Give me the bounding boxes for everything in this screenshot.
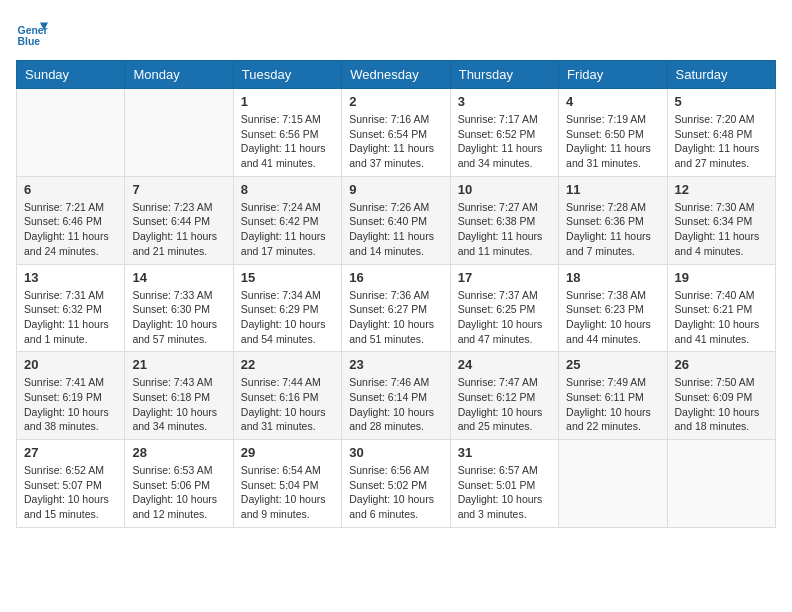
calendar-cell: 27Sunrise: 6:52 AM Sunset: 5:07 PM Dayli… bbox=[17, 440, 125, 528]
calendar-cell: 30Sunrise: 6:56 AM Sunset: 5:02 PM Dayli… bbox=[342, 440, 450, 528]
day-number: 11 bbox=[566, 182, 659, 197]
calendar-cell bbox=[667, 440, 775, 528]
day-info: Sunrise: 7:34 AM Sunset: 6:29 PM Dayligh… bbox=[241, 288, 334, 347]
calendar-cell bbox=[17, 89, 125, 177]
day-number: 26 bbox=[675, 357, 768, 372]
day-number: 7 bbox=[132, 182, 225, 197]
day-number: 25 bbox=[566, 357, 659, 372]
day-number: 31 bbox=[458, 445, 551, 460]
calendar-cell: 23Sunrise: 7:46 AM Sunset: 6:14 PM Dayli… bbox=[342, 352, 450, 440]
day-info: Sunrise: 6:53 AM Sunset: 5:06 PM Dayligh… bbox=[132, 463, 225, 522]
calendar-cell: 25Sunrise: 7:49 AM Sunset: 6:11 PM Dayli… bbox=[559, 352, 667, 440]
day-number: 6 bbox=[24, 182, 117, 197]
calendar-cell: 8Sunrise: 7:24 AM Sunset: 6:42 PM Daylig… bbox=[233, 176, 341, 264]
day-number: 27 bbox=[24, 445, 117, 460]
calendar-cell: 29Sunrise: 6:54 AM Sunset: 5:04 PM Dayli… bbox=[233, 440, 341, 528]
calendar-cell: 12Sunrise: 7:30 AM Sunset: 6:34 PM Dayli… bbox=[667, 176, 775, 264]
day-of-week-header: Monday bbox=[125, 61, 233, 89]
calendar-cell: 13Sunrise: 7:31 AM Sunset: 6:32 PM Dayli… bbox=[17, 264, 125, 352]
calendar-cell: 4Sunrise: 7:19 AM Sunset: 6:50 PM Daylig… bbox=[559, 89, 667, 177]
calendar-header-row: SundayMondayTuesdayWednesdayThursdayFrid… bbox=[17, 61, 776, 89]
day-number: 12 bbox=[675, 182, 768, 197]
day-number: 3 bbox=[458, 94, 551, 109]
day-number: 4 bbox=[566, 94, 659, 109]
calendar-cell: 7Sunrise: 7:23 AM Sunset: 6:44 PM Daylig… bbox=[125, 176, 233, 264]
day-number: 17 bbox=[458, 270, 551, 285]
day-number: 21 bbox=[132, 357, 225, 372]
calendar-cell: 28Sunrise: 6:53 AM Sunset: 5:06 PM Dayli… bbox=[125, 440, 233, 528]
calendar-cell: 2Sunrise: 7:16 AM Sunset: 6:54 PM Daylig… bbox=[342, 89, 450, 177]
day-info: Sunrise: 6:54 AM Sunset: 5:04 PM Dayligh… bbox=[241, 463, 334, 522]
logo: General Blue bbox=[16, 16, 52, 48]
calendar-cell: 1Sunrise: 7:15 AM Sunset: 6:56 PM Daylig… bbox=[233, 89, 341, 177]
day-info: Sunrise: 7:20 AM Sunset: 6:48 PM Dayligh… bbox=[675, 112, 768, 171]
day-number: 2 bbox=[349, 94, 442, 109]
logo-icon: General Blue bbox=[16, 16, 48, 48]
calendar-cell: 22Sunrise: 7:44 AM Sunset: 6:16 PM Dayli… bbox=[233, 352, 341, 440]
day-info: Sunrise: 7:47 AM Sunset: 6:12 PM Dayligh… bbox=[458, 375, 551, 434]
day-info: Sunrise: 7:21 AM Sunset: 6:46 PM Dayligh… bbox=[24, 200, 117, 259]
day-info: Sunrise: 7:49 AM Sunset: 6:11 PM Dayligh… bbox=[566, 375, 659, 434]
day-number: 23 bbox=[349, 357, 442, 372]
calendar-cell: 11Sunrise: 7:28 AM Sunset: 6:36 PM Dayli… bbox=[559, 176, 667, 264]
day-number: 24 bbox=[458, 357, 551, 372]
calendar-cell: 18Sunrise: 7:38 AM Sunset: 6:23 PM Dayli… bbox=[559, 264, 667, 352]
day-number: 13 bbox=[24, 270, 117, 285]
day-number: 19 bbox=[675, 270, 768, 285]
day-info: Sunrise: 7:31 AM Sunset: 6:32 PM Dayligh… bbox=[24, 288, 117, 347]
day-number: 5 bbox=[675, 94, 768, 109]
day-info: Sunrise: 6:56 AM Sunset: 5:02 PM Dayligh… bbox=[349, 463, 442, 522]
calendar-cell: 14Sunrise: 7:33 AM Sunset: 6:30 PM Dayli… bbox=[125, 264, 233, 352]
day-of-week-header: Thursday bbox=[450, 61, 558, 89]
day-of-week-header: Saturday bbox=[667, 61, 775, 89]
day-of-week-header: Friday bbox=[559, 61, 667, 89]
calendar-cell: 24Sunrise: 7:47 AM Sunset: 6:12 PM Dayli… bbox=[450, 352, 558, 440]
day-info: Sunrise: 7:16 AM Sunset: 6:54 PM Dayligh… bbox=[349, 112, 442, 171]
day-of-week-header: Wednesday bbox=[342, 61, 450, 89]
day-number: 16 bbox=[349, 270, 442, 285]
day-number: 8 bbox=[241, 182, 334, 197]
day-info: Sunrise: 7:17 AM Sunset: 6:52 PM Dayligh… bbox=[458, 112, 551, 171]
day-number: 20 bbox=[24, 357, 117, 372]
calendar-cell bbox=[125, 89, 233, 177]
calendar-cell: 10Sunrise: 7:27 AM Sunset: 6:38 PM Dayli… bbox=[450, 176, 558, 264]
calendar-cell: 17Sunrise: 7:37 AM Sunset: 6:25 PM Dayli… bbox=[450, 264, 558, 352]
calendar-cell: 5Sunrise: 7:20 AM Sunset: 6:48 PM Daylig… bbox=[667, 89, 775, 177]
calendar-table: SundayMondayTuesdayWednesdayThursdayFrid… bbox=[16, 60, 776, 528]
calendar-cell: 19Sunrise: 7:40 AM Sunset: 6:21 PM Dayli… bbox=[667, 264, 775, 352]
calendar-cell: 15Sunrise: 7:34 AM Sunset: 6:29 PM Dayli… bbox=[233, 264, 341, 352]
day-number: 30 bbox=[349, 445, 442, 460]
calendar-cell: 6Sunrise: 7:21 AM Sunset: 6:46 PM Daylig… bbox=[17, 176, 125, 264]
day-info: Sunrise: 6:57 AM Sunset: 5:01 PM Dayligh… bbox=[458, 463, 551, 522]
calendar-week-row: 6Sunrise: 7:21 AM Sunset: 6:46 PM Daylig… bbox=[17, 176, 776, 264]
day-info: Sunrise: 7:27 AM Sunset: 6:38 PM Dayligh… bbox=[458, 200, 551, 259]
day-number: 15 bbox=[241, 270, 334, 285]
day-of-week-header: Tuesday bbox=[233, 61, 341, 89]
calendar-week-row: 20Sunrise: 7:41 AM Sunset: 6:19 PM Dayli… bbox=[17, 352, 776, 440]
day-info: Sunrise: 7:36 AM Sunset: 6:27 PM Dayligh… bbox=[349, 288, 442, 347]
calendar-cell: 26Sunrise: 7:50 AM Sunset: 6:09 PM Dayli… bbox=[667, 352, 775, 440]
day-info: Sunrise: 7:33 AM Sunset: 6:30 PM Dayligh… bbox=[132, 288, 225, 347]
calendar-week-row: 1Sunrise: 7:15 AM Sunset: 6:56 PM Daylig… bbox=[17, 89, 776, 177]
calendar-cell bbox=[559, 440, 667, 528]
day-info: Sunrise: 7:50 AM Sunset: 6:09 PM Dayligh… bbox=[675, 375, 768, 434]
day-number: 1 bbox=[241, 94, 334, 109]
day-of-week-header: Sunday bbox=[17, 61, 125, 89]
day-number: 10 bbox=[458, 182, 551, 197]
day-number: 14 bbox=[132, 270, 225, 285]
day-info: Sunrise: 7:37 AM Sunset: 6:25 PM Dayligh… bbox=[458, 288, 551, 347]
day-info: Sunrise: 7:30 AM Sunset: 6:34 PM Dayligh… bbox=[675, 200, 768, 259]
day-info: Sunrise: 7:28 AM Sunset: 6:36 PM Dayligh… bbox=[566, 200, 659, 259]
calendar-week-row: 27Sunrise: 6:52 AM Sunset: 5:07 PM Dayli… bbox=[17, 440, 776, 528]
day-info: Sunrise: 7:15 AM Sunset: 6:56 PM Dayligh… bbox=[241, 112, 334, 171]
day-number: 9 bbox=[349, 182, 442, 197]
day-number: 22 bbox=[241, 357, 334, 372]
day-number: 28 bbox=[132, 445, 225, 460]
day-number: 18 bbox=[566, 270, 659, 285]
page-header: General Blue bbox=[16, 16, 776, 48]
day-info: Sunrise: 7:46 AM Sunset: 6:14 PM Dayligh… bbox=[349, 375, 442, 434]
day-info: Sunrise: 7:41 AM Sunset: 6:19 PM Dayligh… bbox=[24, 375, 117, 434]
day-info: Sunrise: 7:23 AM Sunset: 6:44 PM Dayligh… bbox=[132, 200, 225, 259]
calendar-cell: 9Sunrise: 7:26 AM Sunset: 6:40 PM Daylig… bbox=[342, 176, 450, 264]
day-info: Sunrise: 7:26 AM Sunset: 6:40 PM Dayligh… bbox=[349, 200, 442, 259]
